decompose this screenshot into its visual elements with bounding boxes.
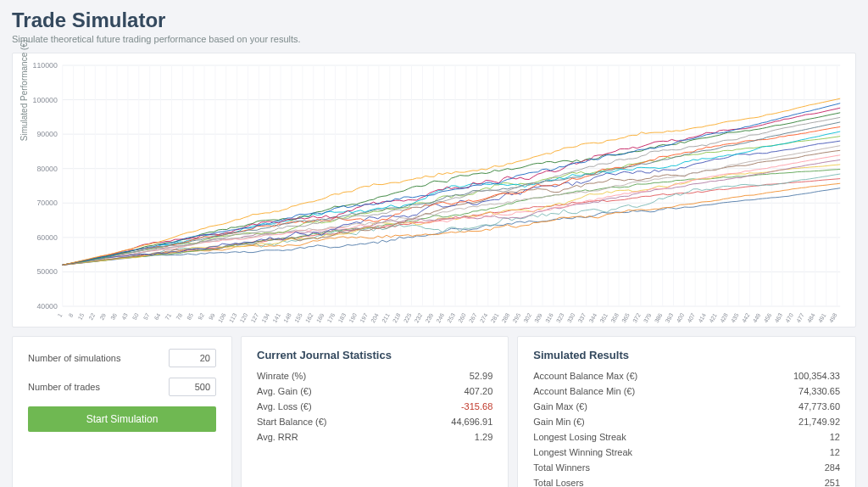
svg-text:113: 113 xyxy=(228,312,238,323)
svg-text:288: 288 xyxy=(501,312,511,323)
result-stat-row: Gain Max (€)47,773.60 xyxy=(533,399,840,414)
simulated-results-panel: Simulated Results Account Balance Max (€… xyxy=(517,336,856,487)
result-stat-value: 12 xyxy=(830,432,840,442)
page-subtitle: Simulate theoretical future trading perf… xyxy=(12,34,856,44)
svg-text:1: 1 xyxy=(57,312,64,318)
svg-text:393: 393 xyxy=(665,312,675,323)
num-simulations-label: Number of simulations xyxy=(28,353,120,363)
svg-text:456: 456 xyxy=(763,312,773,323)
journal-stat-label: Avg. Gain (€) xyxy=(257,386,312,396)
svg-text:274: 274 xyxy=(479,312,489,323)
svg-text:50000: 50000 xyxy=(36,267,57,276)
svg-text:295: 295 xyxy=(511,312,521,323)
result-stat-row: Account Balance Min (€)74,330.65 xyxy=(533,383,840,399)
journal-stat-value: 1.29 xyxy=(475,432,492,442)
svg-text:127: 127 xyxy=(250,312,260,323)
journal-stat-label: Avg. RRR xyxy=(257,432,298,442)
journal-stat-row: Start Balance (€)44,696.91 xyxy=(257,414,492,429)
svg-text:470: 470 xyxy=(784,312,794,323)
result-stat-row: Longest Losing Streak12 xyxy=(533,429,840,445)
svg-text:64: 64 xyxy=(153,312,162,321)
num-trades-input[interactable] xyxy=(169,378,216,396)
start-simulation-button[interactable]: Start Simulation xyxy=(28,406,216,432)
svg-text:491: 491 xyxy=(817,312,827,323)
svg-text:316: 316 xyxy=(544,312,554,323)
svg-text:463: 463 xyxy=(773,312,783,323)
svg-text:281: 281 xyxy=(490,312,500,323)
svg-text:80000: 80000 xyxy=(36,165,57,173)
num-simulations-input[interactable] xyxy=(169,349,216,367)
result-stat-row: Total Winners284 xyxy=(533,460,840,475)
svg-text:386: 386 xyxy=(654,312,664,323)
svg-text:246: 246 xyxy=(435,312,445,323)
result-stat-value: 284 xyxy=(825,462,840,473)
svg-text:134: 134 xyxy=(260,312,270,323)
svg-text:449: 449 xyxy=(752,312,762,323)
svg-text:239: 239 xyxy=(425,312,435,323)
journal-stat-label: Winrate (%) xyxy=(257,371,306,381)
svg-text:218: 218 xyxy=(392,312,402,323)
result-stat-label: Total Losers xyxy=(533,478,583,487)
journal-stat-value: 52.99 xyxy=(470,371,493,381)
controls-panel: Number of simulations Number of trades S… xyxy=(12,336,232,487)
svg-text:337: 337 xyxy=(577,312,587,323)
svg-text:309: 309 xyxy=(533,312,543,323)
svg-text:29: 29 xyxy=(98,312,107,321)
svg-text:22: 22 xyxy=(87,312,96,321)
svg-text:176: 176 xyxy=(326,312,337,323)
svg-text:323: 323 xyxy=(555,312,565,323)
journal-stat-value: 44,696.91 xyxy=(451,417,492,427)
svg-text:358: 358 xyxy=(609,312,620,323)
result-stat-label: Gain Min (€) xyxy=(533,417,585,427)
svg-text:110000: 110000 xyxy=(33,61,58,70)
result-stat-label: Account Balance Min (€) xyxy=(533,386,635,396)
svg-text:155: 155 xyxy=(293,312,303,323)
svg-text:477: 477 xyxy=(795,312,805,323)
journal-stat-label: Start Balance (€) xyxy=(257,417,327,427)
result-stat-label: Longest Winning Streak xyxy=(533,447,632,457)
journal-stat-value: -315.68 xyxy=(461,401,492,411)
svg-text:162: 162 xyxy=(304,312,314,323)
svg-text:498: 498 xyxy=(828,312,838,323)
journal-stat-row: Avg. Gain (€)407.20 xyxy=(257,383,492,399)
svg-text:60000: 60000 xyxy=(36,233,57,242)
svg-text:225: 225 xyxy=(403,312,413,323)
page-title: Trade Simulator xyxy=(12,8,856,32)
journal-stats-title: Current Journal Statistics xyxy=(257,349,492,361)
svg-text:414: 414 xyxy=(697,312,707,323)
journal-stat-row: Avg. Loss (€)-315.68 xyxy=(257,399,492,414)
svg-text:442: 442 xyxy=(741,312,751,323)
result-stat-value: 12 xyxy=(830,447,840,457)
svg-text:484: 484 xyxy=(806,312,816,323)
result-stat-row: Account Balance Max (€)100,354.33 xyxy=(533,368,840,383)
svg-text:344: 344 xyxy=(588,312,598,323)
result-stat-row: Longest Winning Streak12 xyxy=(533,445,840,460)
svg-text:120: 120 xyxy=(239,312,249,323)
result-stat-value: 251 xyxy=(825,478,840,487)
result-stat-label: Gain Max (€) xyxy=(533,401,587,411)
journal-stat-row: Winrate (%)52.99 xyxy=(257,368,492,383)
result-stat-value: 21,749.92 xyxy=(798,417,840,427)
result-stat-label: Longest Losing Streak xyxy=(533,432,626,442)
svg-text:90000: 90000 xyxy=(36,130,57,138)
result-stat-value: 100,354.33 xyxy=(793,371,840,381)
svg-text:330: 330 xyxy=(566,312,576,323)
svg-text:43: 43 xyxy=(120,312,129,321)
svg-text:141: 141 xyxy=(271,312,281,323)
svg-text:211: 211 xyxy=(381,312,391,323)
svg-text:78: 78 xyxy=(175,312,183,321)
svg-text:260: 260 xyxy=(457,312,467,323)
svg-text:197: 197 xyxy=(359,312,369,323)
svg-text:204: 204 xyxy=(370,312,380,323)
journal-stat-label: Avg. Loss (€) xyxy=(257,401,312,411)
chart-card: Simulated Performance (€) 40000500006000… xyxy=(12,53,856,327)
result-stat-row: Total Losers251 xyxy=(533,475,840,487)
svg-text:100000: 100000 xyxy=(33,95,58,104)
svg-text:400: 400 xyxy=(676,312,686,323)
svg-text:106: 106 xyxy=(217,312,227,323)
journal-stat-value: 407.20 xyxy=(465,386,493,396)
svg-text:15: 15 xyxy=(77,312,86,321)
result-stat-label: Total Winners xyxy=(533,462,590,473)
svg-text:365: 365 xyxy=(620,312,631,323)
svg-text:148: 148 xyxy=(282,312,292,323)
